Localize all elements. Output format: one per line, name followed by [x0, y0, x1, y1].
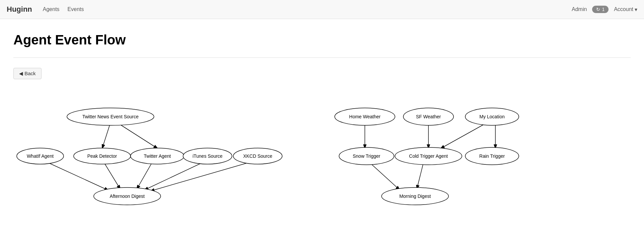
svg-text:Snow Trigger: Snow Trigger [353, 153, 381, 159]
node-my-location[interactable]: My Location [465, 108, 519, 125]
node-xkcd[interactable]: XKCD Source [233, 148, 282, 164]
svg-line-3 [47, 162, 109, 191]
svg-text:My Location: My Location [479, 114, 504, 119]
page-title: Agent Event Flow [13, 32, 631, 47]
navbar: Huginn Agents Events Admin ↻ 1 Account ▾ [0, 0, 644, 19]
svg-text:Afternoon Digest: Afternoon Digest [110, 194, 145, 199]
svg-text:Twitter Agent: Twitter Agent [144, 153, 171, 159]
svg-text:Home Weather: Home Weather [349, 114, 381, 119]
svg-line-1 [102, 123, 110, 149]
node-cold-trigger[interactable]: Cold Trigger Agent [395, 147, 462, 165]
refresh-icon: ↻ [596, 7, 600, 12]
diagram-container: Twitter News Event Source WhatIf Agent P… [13, 89, 631, 216]
node-sf-weather[interactable]: SF Weather [403, 108, 454, 125]
svg-line-5 [137, 162, 152, 190]
node-morning-digest[interactable]: Morning Digest [382, 187, 449, 205]
svg-text:Rain Trigger: Rain Trigger [479, 153, 505, 159]
svg-line-4 [104, 162, 120, 190]
svg-text:Twitter News Event Source: Twitter News Event Source [82, 114, 139, 119]
svg-line-2 [117, 123, 158, 149]
node-whatif[interactable]: WhatIf Agent [17, 148, 64, 164]
svg-text:Cold Trigger Agent: Cold Trigger Agent [409, 153, 448, 159]
back-button[interactable]: ◀ Back [13, 68, 42, 79]
brand-logo[interactable]: Huginn [7, 5, 32, 14]
svg-text:SF Weather: SF Weather [416, 114, 441, 119]
node-itunes[interactable]: iTunes Source [183, 148, 232, 164]
svg-text:iTunes Source: iTunes Source [192, 153, 223, 159]
svg-line-7 [150, 161, 254, 191]
svg-line-12 [370, 163, 400, 190]
svg-line-10 [440, 123, 487, 149]
node-twitter-news[interactable]: Twitter News Event Source [67, 108, 154, 125]
node-home-weather[interactable]: Home Weather [335, 108, 395, 125]
chevron-down-icon: ▾ [635, 6, 637, 13]
svg-line-13 [417, 163, 423, 190]
svg-text:Morning Digest: Morning Digest [399, 194, 431, 199]
svg-text:XKCD Source: XKCD Source [243, 153, 272, 159]
node-snow-trigger[interactable]: Snow Trigger [339, 147, 394, 165]
page-content: Agent Event Flow ◀ Back [0, 19, 644, 223]
navbar-right: Admin ↻ 1 Account ▾ [572, 6, 637, 13]
svg-line-6 [144, 162, 204, 190]
divider [13, 57, 631, 58]
account-menu[interactable]: Account ▾ [614, 6, 637, 13]
nav-events[interactable]: Events [68, 6, 84, 12]
node-peak-detector[interactable]: Peak Detector [74, 148, 131, 164]
nav-agents[interactable]: Agents [43, 6, 60, 12]
node-afternoon-digest[interactable]: Afternoon Digest [94, 187, 161, 205]
admin-label: Admin [572, 6, 587, 12]
node-rain-trigger[interactable]: Rain Trigger [465, 147, 519, 165]
node-twitter-agent[interactable]: Twitter Agent [131, 148, 184, 164]
flow-diagram: Twitter News Event Source WhatIf Agent P… [13, 89, 629, 216]
badge-count: ↻ 1 [592, 6, 609, 13]
svg-text:WhatIf Agent: WhatIf Agent [27, 153, 54, 159]
svg-text:Peak Detector: Peak Detector [87, 153, 117, 159]
